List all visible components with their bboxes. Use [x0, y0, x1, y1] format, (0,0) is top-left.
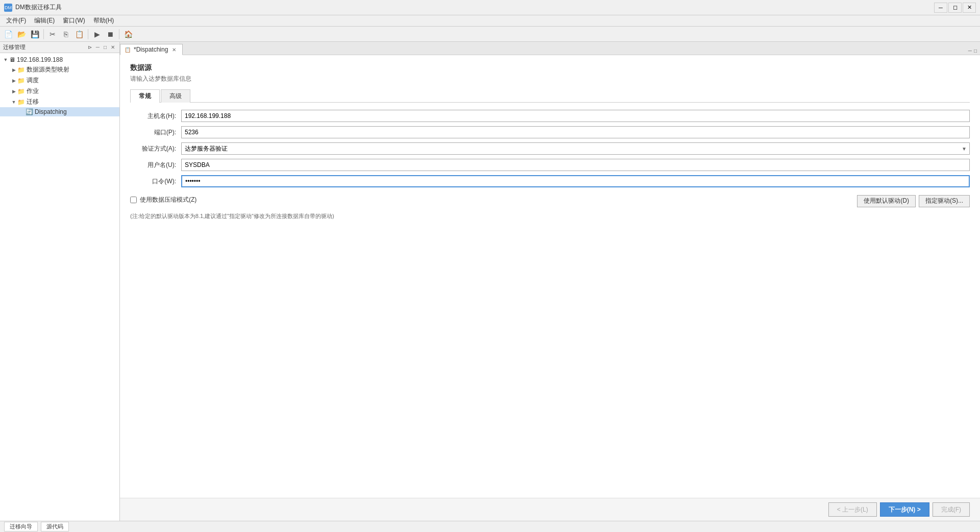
menu-file[interactable]: 文件(F): [2, 15, 30, 26]
server-icon: 🖥: [9, 56, 15, 63]
tree-item-root-server[interactable]: ▼ 🖥 192.168.199.188: [0, 55, 119, 64]
use-default-driver-button[interactable]: 使用默认驱动(D): [857, 195, 916, 207]
toolbar-cut[interactable]: ✂: [46, 28, 59, 40]
left-panel: 迁移管理 ⊳ ─ □ ✕ ▼ 🖥 192.168.199.188 ▶ 📁 数据源…: [0, 42, 120, 521]
content-maximize-icon[interactable]: □: [973, 47, 978, 55]
main-layout: 迁移管理 ⊳ ─ □ ✕ ▼ 🖥 192.168.199.188 ▶ 📁 数据源…: [0, 42, 980, 521]
toolbar-home[interactable]: 🏠: [122, 28, 134, 40]
auth-select-wrapper: 达梦服务器验证 OS验证 ▼: [181, 142, 970, 155]
toolbar-sep2: [88, 29, 88, 39]
username-input[interactable]: [181, 159, 970, 171]
compress-checkbox[interactable]: [130, 197, 137, 203]
window-title: DM数据迁移工具: [15, 3, 62, 12]
auth-label: 验证方式(A):: [130, 144, 176, 153]
port-row: 端口(P):: [130, 126, 970, 138]
toolbar-stop[interactable]: ⏹: [104, 28, 116, 40]
tree-arrow-jobs[interactable]: ▶: [10, 89, 17, 94]
password-label: 口令(W):: [130, 177, 176, 186]
tree-arrow-migration[interactable]: ▼: [10, 100, 17, 105]
minimize-button[interactable]: ─: [934, 3, 947, 13]
folder-icon-schedule: 📁: [17, 77, 25, 84]
hostname-input[interactable]: [181, 110, 970, 122]
password-input[interactable]: [181, 175, 970, 187]
auth-select[interactable]: 达梦服务器验证 OS验证: [181, 142, 970, 155]
bottom-tab-migration-guide[interactable]: 迁移向导: [4, 522, 38, 531]
toolbar-new[interactable]: 📄: [2, 28, 14, 40]
menu-help[interactable]: 帮助(H): [89, 15, 118, 26]
bottom-bar: 迁移向导 源代码: [0, 521, 980, 532]
specify-driver-button[interactable]: 指定驱动(S)...: [919, 195, 970, 207]
nav-buttons: < 上一步(L) 下一步(N) > 完成(F): [120, 498, 980, 521]
tree-item-jobs[interactable]: ▶ 📁 作业: [0, 86, 119, 96]
section-subtitle: 请输入达梦数据库信息: [130, 75, 970, 83]
username-label: 用户名(U):: [130, 161, 176, 170]
tree-item-schedule[interactable]: ▶ 📁 调度: [0, 75, 119, 86]
panel-header-icons: ⊳ ─ □ ✕: [86, 44, 116, 51]
tree-label-root: 192.168.199.188: [17, 56, 63, 63]
bottom-tab-source-code[interactable]: 源代码: [41, 522, 69, 531]
tree-item-dispatching[interactable]: ▶ 🔄 Dispatching: [0, 107, 119, 116]
note-text: (注:给定的默认驱动版本为8.1,建议通过"指定驱动"修改为所连接数据库自带的驱…: [130, 212, 970, 220]
username-row: 用户名(U):: [130, 159, 970, 171]
tab-close-dispatching[interactable]: ✕: [171, 47, 177, 53]
tree-label-datasource: 数据源类型映射: [27, 65, 69, 74]
port-input[interactable]: [181, 126, 970, 138]
tab-maximize-area: ─ □: [967, 47, 980, 55]
tree-area: ▼ 🖥 192.168.199.188 ▶ 📁 数据源类型映射 ▶ 📁 调度 ▶…: [0, 53, 119, 521]
finish-button[interactable]: 完成(F): [933, 502, 970, 517]
tab-label-dispatching: *Dispatching: [134, 46, 168, 53]
auth-row: 验证方式(A): 达梦服务器验证 OS验证 ▼: [130, 142, 970, 155]
menu-window[interactable]: 窗口(W): [59, 15, 89, 26]
panel-icon-maximize[interactable]: □: [102, 44, 108, 51]
panel-icon-minimize[interactable]: ─: [94, 44, 101, 51]
tree-label-dispatching: Dispatching: [35, 108, 67, 115]
tab-bar: 📋 *Dispatching ✕ ─ □: [120, 42, 980, 55]
tree-item-migration[interactable]: ▼ 📁 迁移: [0, 96, 119, 107]
toolbar-copy[interactable]: ⎘: [60, 28, 72, 40]
title-bar: DM DM数据迁移工具 ─ ◻ ✕: [0, 0, 980, 15]
toolbar-paste[interactable]: 📋: [73, 28, 85, 40]
tab-icon-dispatching: 📋: [125, 47, 131, 53]
tree-label-migration: 迁移: [27, 98, 39, 106]
content-area: 数据源 请输入达梦数据库信息 常规 高级 主机名(H): 端口(P): 验证方式…: [120, 55, 980, 498]
panel-icon-close[interactable]: ✕: [109, 44, 116, 51]
compress-checkbox-row: 使用数据压缩模式(Z): [130, 196, 197, 204]
tree-label-jobs: 作业: [27, 87, 39, 95]
tree-label-schedule: 调度: [27, 76, 39, 85]
panel-icon-arrow[interactable]: ⊳: [86, 44, 93, 51]
tree-arrow-root[interactable]: ▼: [2, 57, 9, 62]
section-title: 数据源: [130, 63, 970, 72]
title-bar-controls: ─ ◻ ✕: [934, 3, 976, 13]
toolbar-run[interactable]: ▶: [91, 28, 103, 40]
tree-item-datasource[interactable]: ▶ 📁 数据源类型映射: [0, 64, 119, 75]
toolbar-sep3: [119, 29, 119, 39]
next-button[interactable]: 下一步(N) >: [880, 502, 929, 517]
menu-edit[interactable]: 编辑(E): [30, 15, 59, 26]
panel-title: 迁移管理: [3, 43, 26, 51]
right-panel: 📋 *Dispatching ✕ ─ □ 数据源 请输入达梦数据库信息 常规 高…: [120, 42, 980, 521]
migration-icon-dispatching: 🔄: [26, 108, 33, 115]
title-bar-left: DM DM数据迁移工具: [4, 3, 62, 12]
toolbar-sep1: [43, 29, 44, 39]
content-minimize-icon[interactable]: ─: [967, 47, 973, 55]
toolbar-save[interactable]: 💾: [29, 28, 41, 40]
panel-header: 迁移管理 ⊳ ─ □ ✕: [0, 42, 119, 53]
folder-icon-jobs: 📁: [17, 88, 25, 95]
tab-normal[interactable]: 常规: [130, 89, 160, 103]
app-icon: DM: [4, 4, 12, 12]
toolbar-open[interactable]: 📂: [15, 28, 28, 40]
tab-dispatching[interactable]: 📋 *Dispatching ✕: [120, 44, 183, 55]
restore-button[interactable]: ◻: [948, 3, 962, 13]
tab-advanced[interactable]: 高级: [161, 89, 190, 103]
close-button[interactable]: ✕: [963, 3, 976, 13]
folder-icon-datasource: 📁: [17, 66, 25, 74]
prev-button[interactable]: < 上一步(L): [828, 502, 877, 517]
port-label: 端口(P):: [130, 128, 176, 137]
tree-arrow-datasource[interactable]: ▶: [10, 67, 17, 72]
inner-tabs: 常规 高级: [130, 89, 970, 103]
password-row: 口令(W):: [130, 175, 970, 187]
tree-arrow-schedule[interactable]: ▶: [10, 78, 17, 83]
hostname-row: 主机名(H):: [130, 110, 970, 122]
toolbar: 📄 📂 💾 ✂ ⎘ 📋 ▶ ⏹ 🏠: [0, 27, 980, 42]
driver-button-group: 使用默认驱动(D) 指定驱动(S)...: [857, 195, 970, 207]
